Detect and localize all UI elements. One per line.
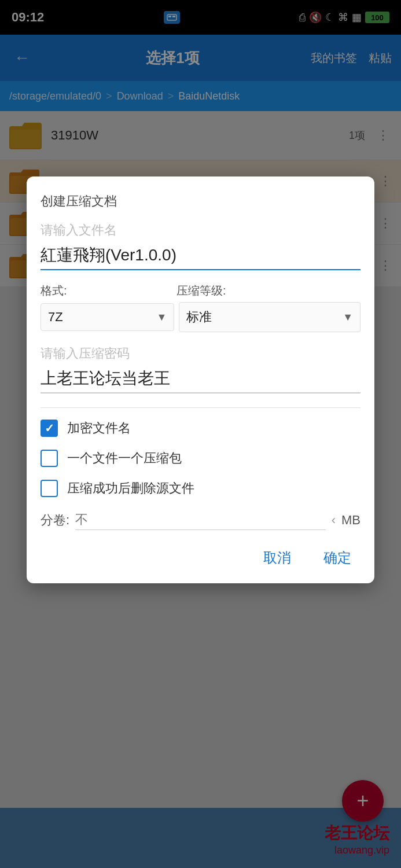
checkbox-delete-source[interactable]: [41, 480, 58, 497]
checkbox-oneperfile-label: 一个文件一个压缩包: [67, 450, 182, 467]
filename-input[interactable]: [41, 242, 360, 270]
level-dropdown[interactable]: 标准 ▼: [179, 302, 360, 332]
create-archive-dialog: 创建压缩文档 请输入文件名 格式: 压缩等级: 7Z ▼ 标准 ▼ 请输入压缩密…: [27, 176, 374, 583]
checkbox-encrypt-label: 加密文件名: [67, 420, 131, 437]
checkbox-one-per-archive[interactable]: [41, 450, 58, 467]
cancel-button[interactable]: 取消: [254, 544, 300, 572]
checkbox-row-oneperfile: 一个文件一个压缩包: [41, 450, 360, 467]
split-label: 分卷:: [41, 512, 69, 529]
checkbox-encrypt-filename[interactable]: ✓: [41, 420, 58, 437]
dialog-title: 创建压缩文档: [41, 193, 360, 210]
split-arrow-icon: ‹: [332, 513, 336, 528]
password-placeholder: 请输入压缩密码: [41, 345, 360, 362]
checkbox-row-encrypt: ✓ 加密文件名: [41, 420, 360, 437]
format-dropdown[interactable]: 7Z ▼: [41, 303, 174, 331]
confirm-button[interactable]: 确定: [314, 544, 360, 572]
filename-placeholder: 请输入文件名: [41, 222, 360, 239]
level-value: 标准: [186, 308, 212, 326]
level-label: 压缩等级:: [176, 283, 360, 299]
checkbox-row-delete: 压缩成功后删除源文件: [41, 480, 360, 497]
format-value: 7Z: [48, 310, 63, 325]
split-input[interactable]: [75, 510, 326, 530]
divider: [41, 407, 360, 408]
dropdown-labels: 格式: 压缩等级:: [41, 283, 360, 299]
format-arrow-icon: ▼: [157, 311, 167, 323]
checkmark-icon: ✓: [45, 421, 54, 435]
password-input[interactable]: [41, 366, 360, 393]
checkbox-delete-label: 压缩成功后删除源文件: [67, 480, 194, 497]
dialog-actions: 取消 确定: [41, 544, 360, 572]
format-label: 格式:: [41, 283, 172, 299]
level-arrow-icon: ▼: [343, 311, 353, 323]
split-volume-row: 分卷: ‹ MB: [41, 510, 360, 530]
split-unit: MB: [341, 513, 360, 528]
dropdown-row: 7Z ▼ 标准 ▼: [41, 302, 360, 332]
